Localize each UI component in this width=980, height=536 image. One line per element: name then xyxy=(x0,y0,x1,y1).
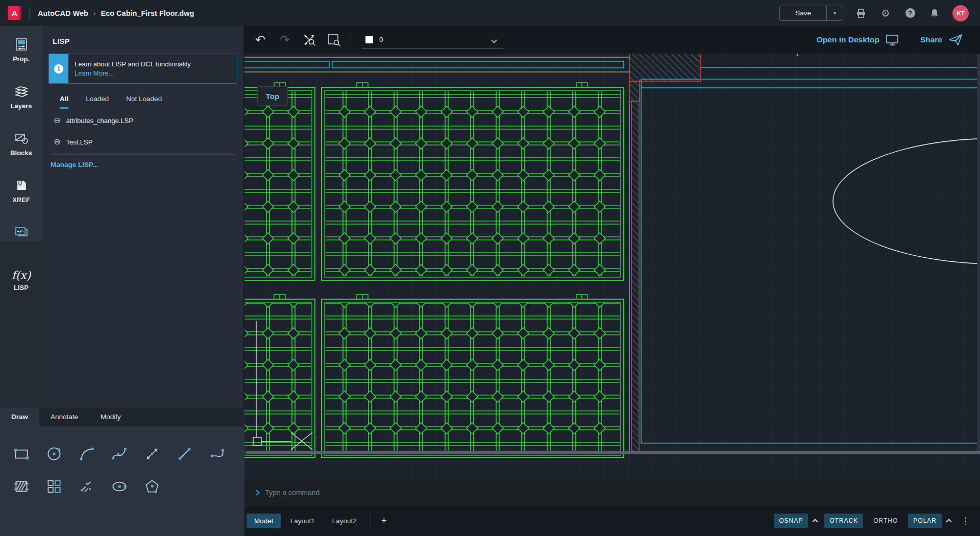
ribbon-tab-annotate[interactable]: Annotate xyxy=(39,407,89,426)
open-in-desktop-button[interactable]: Open in Desktop xyxy=(817,34,899,46)
arc-tool-icon[interactable] xyxy=(70,437,103,470)
xref-icon xyxy=(14,178,29,193)
vertical-scrollbar xyxy=(977,54,980,451)
command-bar[interactable]: Type a command xyxy=(244,480,980,505)
zoom-extents-icon[interactable] xyxy=(301,31,318,48)
chevron-down-icon xyxy=(491,37,497,43)
horizontal-scrollbar xyxy=(246,451,980,454)
layer-dropdown[interactable]: 0 xyxy=(361,31,503,49)
otrack-toggle[interactable]: OTRACK xyxy=(824,514,863,528)
panel-title: LISP xyxy=(42,26,243,45)
share-button[interactable]: Share xyxy=(920,33,963,46)
command-input[interactable]: Type a command xyxy=(265,489,320,497)
help-icon[interactable]: ? xyxy=(903,7,917,20)
lisp-file-name: Test.LSP xyxy=(66,138,92,146)
lisp-file-name: attributes_change.LSP xyxy=(66,117,133,125)
save-button-label[interactable]: Save xyxy=(780,6,826,20)
rectangle-tool-icon[interactable] xyxy=(5,437,38,470)
layout-status-bar: Model Layout1 Layout2 + OSNAP OTRACK ORT… xyxy=(244,505,980,536)
save-dropdown-caret[interactable]: ▾ xyxy=(826,6,843,20)
tab-all[interactable]: All xyxy=(60,95,68,109)
sidebar-item-blocks[interactable]: Blocks xyxy=(0,120,42,167)
properties-icon xyxy=(14,37,29,52)
circled-minus-icon[interactable]: ⊖ xyxy=(54,138,60,146)
lisp-fx-icon: f(x) xyxy=(12,269,31,282)
save-button[interactable]: Save ▾ xyxy=(779,6,843,21)
manage-lisp-link[interactable]: Manage LISP... xyxy=(42,155,243,168)
sidebar-item-layers[interactable]: Layers xyxy=(0,73,42,120)
ribbon-tab-modify[interactable]: Modify xyxy=(89,407,132,426)
notifications-bell-icon[interactable] xyxy=(928,7,941,20)
lisp-filter-tabs: All Loaded Not Loaded xyxy=(42,84,243,109)
traces-icon xyxy=(14,225,29,240)
left-rail: Prop. Layers Blocks XREF Traces f(x) xyxy=(0,26,42,407)
desktop-monitor-icon xyxy=(886,34,899,46)
dimension-grip xyxy=(774,54,823,56)
osnap-toggle[interactable]: OSNAP xyxy=(774,514,808,528)
spline-tool-icon[interactable] xyxy=(103,437,136,470)
ellipse-entity xyxy=(833,138,980,264)
info-text: Learn about LISP and DCL functionality xyxy=(75,60,191,69)
layers-icon xyxy=(14,84,29,99)
cad-geometry xyxy=(244,54,980,480)
settings-gear-icon[interactable]: ⚙ xyxy=(879,7,892,20)
add-layout-button[interactable]: + xyxy=(377,516,391,526)
multiple-points-tool-icon[interactable] xyxy=(70,470,103,503)
info-icon: i xyxy=(54,64,63,74)
divider xyxy=(29,7,30,20)
breadcrumb: AutoCAD Web › Eco Cabin_First Floor.dwg xyxy=(38,9,194,17)
breadcrumb-app[interactable]: AutoCAD Web xyxy=(38,9,88,17)
arc-continue-tool-icon[interactable] xyxy=(201,437,234,470)
breadcrumb-filename: Eco Cabin_First Floor.dwg xyxy=(101,9,194,17)
ray-tool-icon[interactable] xyxy=(136,437,168,470)
circle-tool-icon[interactable] xyxy=(38,437,70,470)
polygon-tool-icon[interactable] xyxy=(136,470,168,503)
drawing-canvas[interactable]: Top xyxy=(244,54,980,506)
autocad-logo-icon[interactable]: A xyxy=(8,6,21,20)
user-avatar[interactable]: KT xyxy=(952,5,969,21)
lisp-file-row[interactable]: ⊖ Test.LSP xyxy=(42,131,243,152)
top-bar: A AutoCAD Web › Eco Cabin_First Floor.dw… xyxy=(0,0,980,26)
hatch-tool-icon[interactable] xyxy=(5,470,38,503)
polar-flyout-chevron-icon[interactable] xyxy=(946,519,951,524)
learn-more-link[interactable]: Learn More... xyxy=(75,69,191,78)
tab-model[interactable]: Model xyxy=(247,514,281,528)
undo-icon[interactable]: ↶ xyxy=(252,31,269,48)
status-overflow-menu-icon[interactable]: ⋮ xyxy=(958,516,973,526)
breadcrumb-separator: › xyxy=(93,9,96,17)
block-tool-icon[interactable] xyxy=(38,470,70,503)
print-icon[interactable] xyxy=(854,7,868,20)
sidebar-item-xref[interactable]: XREF xyxy=(0,167,42,214)
share-plane-icon xyxy=(948,33,963,46)
polar-toggle[interactable]: POLAR xyxy=(908,514,942,528)
blocks-icon xyxy=(14,131,29,146)
ellipse-tool-icon[interactable] xyxy=(103,470,136,503)
command-prompt-icon xyxy=(254,490,259,495)
draw-ribbon: Draw Annotate Modify xyxy=(0,407,244,536)
main-area: ↶ ↷ 0 Open in Desktop Share Top xyxy=(244,26,980,536)
circled-minus-icon[interactable]: ⊖ xyxy=(54,116,60,125)
canvas-toolbar: ↶ ↷ 0 Open in Desktop Share xyxy=(244,26,980,54)
lisp-info-banner: i Learn about LISP and DCL functionality… xyxy=(48,54,236,84)
lisp-panel: LISP i Learn about LISP and DCL function… xyxy=(42,26,244,407)
line-tool-icon[interactable] xyxy=(168,437,201,470)
layer-value: 0 xyxy=(379,36,492,43)
viewport-control[interactable]: Top xyxy=(257,86,288,106)
tab-layout1[interactable]: Layout1 xyxy=(283,514,323,528)
tab-loaded[interactable]: Loaded xyxy=(86,95,109,109)
tab-not-loaded[interactable]: Not Loaded xyxy=(126,95,162,109)
layer-color-swatch xyxy=(365,36,373,43)
sidebar-item-properties[interactable]: Prop. xyxy=(0,26,42,73)
sidebar-item-lisp[interactable]: f(x) LISP xyxy=(0,257,42,304)
redo-icon[interactable]: ↷ xyxy=(276,31,293,48)
ribbon-tab-draw[interactable]: Draw xyxy=(0,407,39,426)
lisp-file-row[interactable]: ⊖ attributes_change.LSP xyxy=(42,109,243,131)
osnap-flyout-chevron-icon[interactable] xyxy=(813,519,818,524)
ortho-toggle[interactable]: ORTHO xyxy=(868,514,903,528)
zoom-window-icon[interactable] xyxy=(325,31,342,48)
tab-layout2[interactable]: Layout2 xyxy=(325,514,364,528)
